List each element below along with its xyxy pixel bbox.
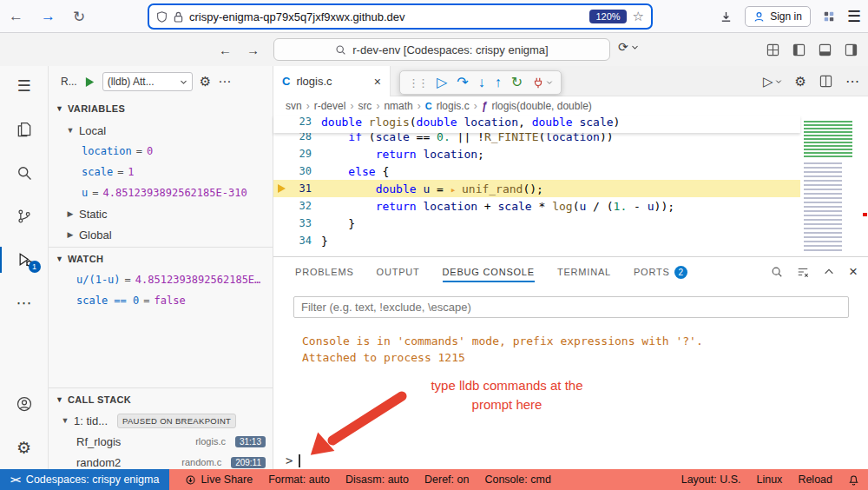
breadcrumb-item[interactable]: nmath (384, 100, 412, 112)
tab-rlogis-c[interactable]: C rlogis.c × (273, 66, 391, 96)
bookmark-star-icon[interactable]: ☆ (633, 9, 644, 24)
browser-menu-icon[interactable]: ☰ (847, 7, 861, 26)
panel-search-icon[interactable] (771, 266, 783, 278)
clear-console-icon[interactable] (797, 266, 809, 278)
explorer-icon[interactable] (0, 116, 49, 142)
status-os[interactable]: Linux (756, 473, 782, 486)
console-filter-input[interactable] (293, 296, 849, 318)
more-views-icon[interactable]: ⋯ (0, 290, 49, 316)
download-icon[interactable] (720, 10, 733, 23)
close-panel-icon[interactable]: × (849, 263, 858, 281)
account-icon[interactable] (0, 391, 49, 417)
remote-indicator[interactable]: >< Codespaces: crispy enigma (0, 469, 169, 490)
editor-settings-gear-icon[interactable]: ⚙ (795, 74, 806, 89)
step-into-icon[interactable]: ↓ (478, 76, 485, 89)
code-line[interactable]: 34 } (273, 232, 800, 249)
live-share-button[interactable]: Live Share (185, 473, 253, 486)
editor-back-icon[interactable]: ← (219, 43, 232, 57)
sidebar-more-icon[interactable]: ⋯ (218, 74, 231, 89)
drag-handle[interactable]: ⋮⋮ (408, 76, 427, 89)
current-debug-line[interactable]: 31 double u = ▸ unif_rand(); (273, 180, 800, 197)
run-file-icon[interactable]: ▷ (763, 74, 782, 89)
code-line[interactable]: 28 if (scale == 0. || !R_FINITE(location… (273, 133, 800, 145)
code-line[interactable]: 32 return location + scale * log(u / (1.… (273, 197, 800, 215)
debug-session-badge: 1 (29, 261, 41, 273)
sticky-scroll-line[interactable]: 23 double rlogis(double location, double… (273, 116, 800, 133)
call-stack-header[interactable]: ▼ CALL STACK (49, 387, 273, 410)
breadcrumb-item[interactable]: rlogis.c (437, 100, 470, 112)
tab-output[interactable]: OUTPUT (377, 257, 420, 287)
browser-forward-icon[interactable]: → (41, 8, 56, 25)
continue-icon[interactable]: ▷ (437, 76, 447, 89)
scope-global[interactable]: ▶ Global (49, 224, 273, 245)
watch-header[interactable]: ▼ WATCH (49, 247, 273, 269)
sign-in-button[interactable]: Sign in (745, 6, 811, 27)
status-format[interactable]: Format: auto (268, 473, 330, 486)
scope-static[interactable]: ▶ Static (49, 203, 273, 224)
breadcrumb-item[interactable]: rlogis(double, double) (491, 100, 591, 112)
step-out-icon[interactable]: ↑ (495, 76, 502, 89)
sign-in-label: Sign in (770, 10, 802, 23)
variable-row[interactable]: location = 0 (49, 141, 273, 162)
toggle-sidebar-icon[interactable] (792, 43, 806, 56)
close-tab-icon[interactable]: × (374, 75, 381, 89)
status-console-mode[interactable]: Console: cmd (484, 473, 550, 486)
debug-config-dropdown[interactable]: (lldb) Att... (102, 72, 193, 91)
scope-local[interactable]: ▼ Local (49, 120, 273, 141)
variable-row[interactable]: scale = 1 (49, 162, 273, 182)
code-viewport[interactable]: 28 if (scale == 0. || !R_FINITE(location… (273, 133, 800, 256)
lock-icon[interactable] (174, 11, 183, 23)
minimap[interactable] (800, 116, 868, 256)
disconnect-icon[interactable] (532, 76, 553, 89)
shield-icon[interactable] (156, 11, 168, 23)
app-menu-icon[interactable]: ☰ (0, 73, 49, 99)
source-control-icon[interactable] (0, 203, 49, 229)
step-over-icon[interactable]: ↷ (457, 76, 468, 89)
browser-refresh-icon[interactable]: ↻ (73, 8, 85, 26)
editor-forward-icon[interactable]: → (247, 43, 260, 57)
zoom-indicator[interactable]: 120% (589, 10, 626, 23)
stack-frame-row[interactable]: Rf_rlogis rlogis.c 31:13 (49, 431, 273, 452)
url-text[interactable]: crispy-enigma-qp79x5q7jxf9xwx.github.dev (189, 10, 583, 23)
start-debug-icon[interactable] (84, 76, 95, 88)
status-reload[interactable]: Reload (798, 473, 832, 486)
split-editor-icon[interactable] (819, 75, 832, 88)
stack-frame-row[interactable]: random2 random.c 209:11 (49, 452, 273, 469)
tab-debug-console[interactable]: DEBUG CONSOLE (443, 257, 535, 287)
breadcrumb-item[interactable]: svn (286, 100, 302, 112)
status-disasm[interactable]: Disasm: auto (345, 473, 409, 486)
toggle-secondary-sidebar-icon[interactable] (845, 43, 858, 56)
watch-section: ▼ WATCH u/(1-u) = 4.8512393892562185E… s… (49, 247, 273, 313)
notifications-bell-icon[interactable] (848, 473, 859, 486)
debug-settings-gear-icon[interactable]: ⚙ (200, 74, 211, 89)
maximize-panel-icon[interactable] (823, 266, 835, 278)
status-deref[interactable]: Deref: on (424, 473, 469, 486)
url-bar[interactable]: crispy-enigma-qp79x5q7jxf9xwx.github.dev… (148, 3, 653, 30)
status-layout[interactable]: Layout: U.S. (681, 473, 741, 486)
watch-row[interactable]: u/(1-u) = 4.8512393892562185E… (49, 269, 273, 290)
tab-problems[interactable]: PROBLEMS (295, 257, 354, 287)
breadcrumb-item[interactable]: r-devel (314, 100, 346, 112)
toggle-panel-icon[interactable] (819, 43, 832, 56)
variable-row[interactable]: u = 4.8512393892562185E-310 (49, 182, 273, 203)
code-line[interactable]: 33 } (273, 215, 800, 232)
tab-ports[interactable]: PORTS 2 (634, 257, 687, 287)
breadcrumb-item[interactable]: src (358, 100, 372, 112)
watch-row[interactable]: scale == 0 = false (49, 290, 273, 311)
thread-row[interactable]: ▼ 1: tid... PAUSED ON BREAKPOINT (49, 410, 273, 431)
command-center[interactable]: r-dev-env [Codespaces: crispy enigma] (273, 38, 610, 61)
code-line[interactable]: 29 return location; (273, 145, 800, 162)
run-and-debug-icon[interactable]: 1 (0, 247, 49, 273)
search-icon[interactable] (0, 160, 49, 186)
debug-console-prompt[interactable]: > (286, 454, 300, 467)
restart-icon[interactable]: ↻ (511, 76, 523, 89)
editor-more-icon[interactable]: ⋯ (845, 73, 859, 89)
browser-back-icon[interactable]: ← (9, 8, 23, 25)
browser-tools-icon[interactable] (823, 10, 835, 23)
code-line[interactable]: 30 else { (273, 162, 800, 180)
command-center-extra-icon[interactable]: ⟳ (618, 40, 639, 54)
tab-terminal[interactable]: TERMINAL (557, 257, 611, 287)
customize-layout-icon[interactable] (766, 43, 779, 56)
variables-header[interactable]: ▼ VARIABLES (49, 97, 273, 120)
settings-gear-icon[interactable]: ⚙ (0, 434, 49, 460)
